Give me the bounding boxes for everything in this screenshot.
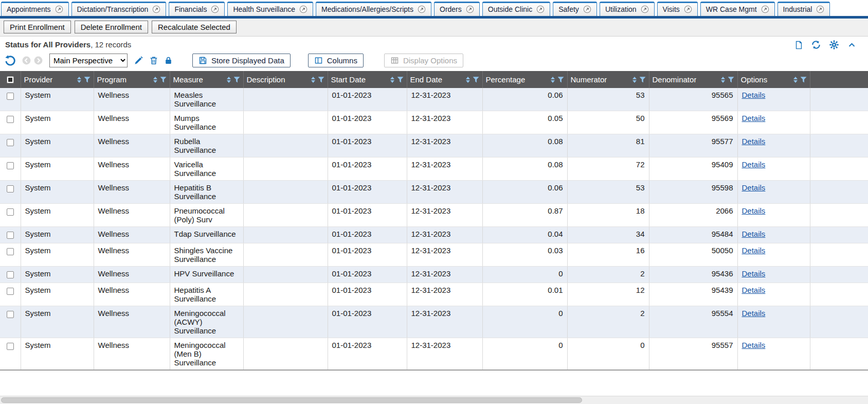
sort-icon[interactable] bbox=[466, 77, 470, 83]
columns-button[interactable]: Columns bbox=[308, 54, 364, 67]
details-link[interactable]: Details bbox=[742, 91, 766, 99]
popout-icon[interactable] bbox=[466, 5, 474, 13]
row-checkbox[interactable] bbox=[7, 185, 14, 192]
popout-icon[interactable] bbox=[816, 5, 824, 13]
details-link[interactable]: Details bbox=[742, 206, 766, 215]
module-tab[interactable]: Visits bbox=[657, 2, 698, 16]
sort-icon[interactable] bbox=[721, 77, 725, 83]
display-options-button[interactable]: Display Options bbox=[384, 54, 463, 67]
column-header-description[interactable]: Description bbox=[243, 71, 328, 88]
details-link[interactable]: Details bbox=[742, 309, 766, 318]
row-checkbox[interactable] bbox=[7, 162, 14, 169]
filter-icon[interactable] bbox=[84, 77, 91, 83]
details-link[interactable]: Details bbox=[742, 114, 766, 122]
popout-icon[interactable] bbox=[299, 5, 308, 13]
column-header-numerator[interactable]: Numerator bbox=[567, 71, 649, 88]
perspective-select[interactable]: Main Perspective bbox=[49, 54, 128, 67]
row-checkbox[interactable] bbox=[7, 271, 14, 278]
lock-perspective-button[interactable] bbox=[164, 56, 173, 65]
recalculate-selected-button[interactable]: Recalculate Selected bbox=[152, 21, 237, 33]
refresh-button[interactable] bbox=[811, 40, 821, 50]
popout-icon[interactable] bbox=[418, 5, 426, 13]
settings-button[interactable] bbox=[829, 40, 839, 50]
delete-perspective-button[interactable] bbox=[149, 56, 158, 65]
module-tab[interactable]: Health Surveillance bbox=[227, 2, 313, 16]
details-link[interactable]: Details bbox=[742, 286, 766, 294]
module-tab[interactable]: WR Case Mgmt bbox=[700, 2, 775, 16]
module-tab[interactable]: Orders bbox=[434, 2, 480, 16]
details-link[interactable]: Details bbox=[742, 137, 766, 146]
module-tab[interactable]: Industrial bbox=[777, 2, 830, 16]
row-checkbox[interactable] bbox=[7, 116, 14, 123]
details-link[interactable]: Details bbox=[742, 160, 766, 169]
collapse-button[interactable] bbox=[847, 41, 857, 49]
sort-icon[interactable] bbox=[311, 77, 315, 83]
row-checkbox[interactable] bbox=[7, 208, 14, 216]
filter-icon[interactable] bbox=[234, 77, 240, 83]
sort-icon[interactable] bbox=[632, 77, 637, 83]
sort-icon[interactable] bbox=[390, 77, 394, 83]
module-tab[interactable]: Medications/Allergies/Scripts bbox=[316, 2, 431, 16]
column-header-provider[interactable]: Provider bbox=[21, 71, 94, 88]
module-tab[interactable]: Outside Clinic bbox=[482, 2, 550, 16]
column-header-options[interactable]: Options bbox=[737, 71, 810, 88]
column-header-denominator[interactable]: Denominator bbox=[649, 71, 737, 88]
horizontal-scrollbar[interactable] bbox=[0, 396, 868, 404]
forward-button[interactable] bbox=[33, 56, 43, 65]
column-header-percentage[interactable]: Percentage bbox=[482, 71, 567, 88]
sort-icon[interactable] bbox=[153, 77, 157, 83]
cell-measure: Hepatitis B Surveillance bbox=[170, 181, 243, 204]
row-checkbox[interactable] bbox=[7, 311, 14, 318]
row-checkbox[interactable] bbox=[7, 93, 14, 100]
filter-icon[interactable] bbox=[318, 77, 324, 83]
new-record-button[interactable] bbox=[794, 40, 803, 50]
filter-icon[interactable] bbox=[160, 77, 167, 83]
undo-button[interactable] bbox=[4, 55, 16, 67]
filter-icon[interactable] bbox=[473, 77, 479, 83]
module-tab[interactable]: Appointments bbox=[1, 2, 69, 16]
column-header-end-date[interactable]: End Date bbox=[407, 71, 482, 88]
details-link[interactable]: Details bbox=[742, 230, 766, 238]
details-link[interactable]: Details bbox=[742, 341, 766, 349]
details-link[interactable]: Details bbox=[742, 269, 766, 278]
filter-icon[interactable] bbox=[801, 77, 807, 83]
filter-icon[interactable] bbox=[558, 77, 564, 83]
column-header-program[interactable]: Program bbox=[94, 71, 170, 88]
sort-icon[interactable] bbox=[793, 77, 798, 83]
print-enrollment-button[interactable]: Print Enrollment bbox=[4, 21, 71, 33]
popout-icon[interactable] bbox=[536, 5, 545, 13]
row-checkbox[interactable] bbox=[7, 248, 14, 255]
row-checkbox[interactable] bbox=[7, 343, 14, 350]
module-tab[interactable]: Utilization bbox=[600, 2, 655, 16]
row-checkbox[interactable] bbox=[7, 288, 14, 295]
row-checkbox[interactable] bbox=[7, 232, 14, 239]
cell-denominator: 95484 bbox=[649, 227, 737, 243]
select-all-checkbox[interactable] bbox=[7, 76, 14, 83]
edit-perspective-button[interactable] bbox=[134, 56, 143, 65]
details-link[interactable]: Details bbox=[742, 246, 766, 255]
store-displayed-data-button[interactable]: Store Displayed Data bbox=[192, 54, 291, 67]
sort-icon[interactable] bbox=[551, 77, 555, 83]
popout-icon[interactable] bbox=[211, 5, 219, 13]
popout-icon[interactable] bbox=[684, 5, 692, 13]
filter-icon[interactable] bbox=[397, 77, 404, 83]
back-button[interactable] bbox=[22, 56, 31, 65]
filter-icon[interactable] bbox=[728, 77, 734, 83]
filter-icon[interactable] bbox=[640, 77, 646, 83]
popout-icon[interactable] bbox=[641, 5, 649, 13]
module-tab[interactable]: Dictation/Transcription bbox=[71, 2, 167, 16]
sort-icon[interactable] bbox=[77, 77, 81, 83]
popout-icon[interactable] bbox=[55, 5, 63, 13]
row-checkbox[interactable] bbox=[7, 139, 14, 146]
popout-icon[interactable] bbox=[761, 5, 769, 13]
module-tab[interactable]: Financials bbox=[169, 2, 225, 16]
details-link[interactable]: Details bbox=[742, 183, 766, 192]
delete-enrollment-button[interactable]: Delete Enrollment bbox=[75, 21, 148, 33]
module-tab[interactable]: Safety bbox=[553, 2, 597, 16]
sort-icon[interactable] bbox=[227, 77, 231, 83]
popout-icon[interactable] bbox=[583, 5, 591, 13]
popout-icon[interactable] bbox=[152, 5, 160, 13]
column-header-measure[interactable]: Measure bbox=[170, 71, 243, 88]
scrollbar-thumb[interactable] bbox=[1, 397, 582, 403]
column-header-start-date[interactable]: Start Date bbox=[328, 71, 407, 88]
